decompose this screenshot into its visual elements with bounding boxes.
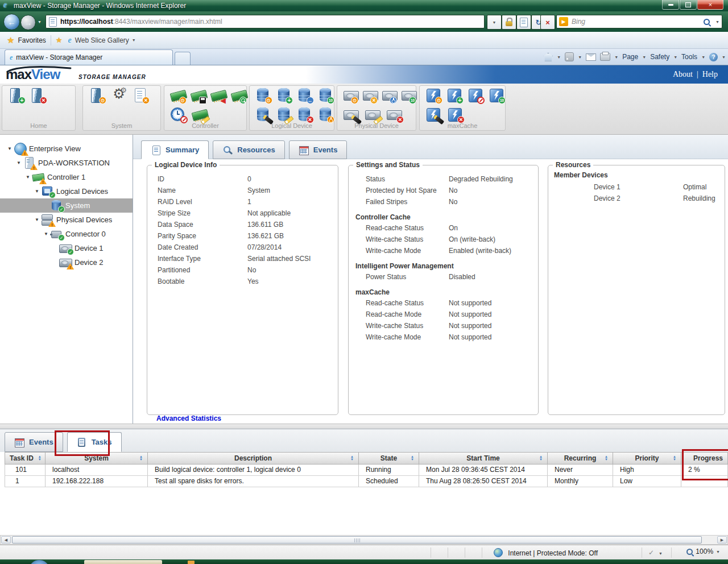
ribbon-button-card-save[interactable] bbox=[191, 88, 206, 103]
forward-button[interactable]: → bbox=[20, 15, 36, 30]
help-icon[interactable]: ? bbox=[709, 53, 718, 61]
tree-item-system[interactable]: System bbox=[0, 198, 133, 213]
tree-expander-icon[interactable]: ▼ bbox=[33, 217, 41, 222]
scroll-right-arrow[interactable]: ▶ bbox=[717, 536, 727, 544]
ribbon-button-cache-binary[interactable] bbox=[489, 88, 505, 103]
web-slice-gallery-button[interactable]: Web Slice Gallery bbox=[75, 36, 129, 44]
help-link[interactable]: Help bbox=[702, 70, 718, 78]
page-dropdown-icon[interactable]: ▼ bbox=[642, 55, 646, 59]
url-dropdown-button[interactable]: ▼ bbox=[487, 15, 502, 30]
tree-item-enterprise-view[interactable]: ▼Enterprise View bbox=[0, 142, 133, 156]
tab-summary[interactable]: Summary bbox=[141, 140, 209, 159]
table-row[interactable]: 101localhostBuild logical device: contro… bbox=[5, 465, 728, 476]
page-menu[interactable]: Page bbox=[622, 53, 638, 61]
ribbon-button-card-scan[interactable] bbox=[231, 88, 247, 103]
ribbon-button-system-settings[interactable] bbox=[89, 88, 106, 103]
tree-expander-icon[interactable]: ▼ bbox=[33, 189, 41, 194]
ribbon-button-db-power[interactable] bbox=[318, 107, 334, 123]
minimize-button[interactable] bbox=[662, 0, 679, 10]
tree-item-logical-devices[interactable]: ▼Logical Devices bbox=[0, 184, 133, 198]
tree-item-connector-0[interactable]: ▼Connector 0 bbox=[0, 227, 133, 241]
sort-icon[interactable]: ▲▼ bbox=[673, 455, 676, 461]
close-button[interactable]: × bbox=[697, 0, 723, 10]
ribbon-button-card-restore[interactable] bbox=[210, 88, 226, 103]
bottom-tab-tasks[interactable]: Tasks bbox=[67, 432, 122, 452]
ribbon-button-cache-add[interactable] bbox=[446, 88, 463, 103]
search-dropdown-icon[interactable]: ▼ bbox=[715, 20, 719, 24]
ribbon-button-clock-disable[interactable] bbox=[170, 107, 187, 123]
ribbon-button-gear-standalone[interactable] bbox=[110, 88, 127, 103]
new-tab-stub[interactable] bbox=[175, 52, 191, 65]
ribbon-button-log-clear[interactable] bbox=[132, 88, 149, 103]
column-header-start-time[interactable]: Start Time▲▼ bbox=[419, 452, 548, 465]
tab-events[interactable]: Events bbox=[289, 140, 348, 159]
privacy-icon[interactable]: ✓▼ bbox=[648, 549, 663, 557]
ribbon-button-db-delete[interactable] bbox=[297, 107, 313, 123]
home-icon[interactable] bbox=[543, 53, 553, 61]
ribbon-button-cache-delete[interactable] bbox=[447, 107, 464, 123]
safety-dropdown-icon[interactable]: ▼ bbox=[673, 55, 677, 59]
sort-icon[interactable]: ▲▼ bbox=[139, 455, 143, 461]
panel-splitter[interactable] bbox=[0, 424, 728, 429]
column-header-system[interactable]: System▲▼ bbox=[46, 452, 148, 465]
zoom-dropdown-icon[interactable]: ▼ bbox=[716, 550, 720, 554]
mail-icon[interactable] bbox=[586, 53, 596, 61]
sort-icon[interactable]: ▲▼ bbox=[411, 455, 414, 461]
ribbon-button-disk-tools[interactable] bbox=[362, 88, 377, 103]
print-dropdown-icon[interactable]: ▼ bbox=[614, 55, 618, 59]
favorites-button[interactable]: Favorites bbox=[18, 36, 46, 44]
ribbon-button-db-add[interactable] bbox=[276, 88, 293, 103]
column-header-recurring[interactable]: Recurring▲▼ bbox=[548, 452, 613, 465]
ribbon-button-disk-erase[interactable] bbox=[365, 107, 382, 123]
home-dropdown-icon[interactable]: ▼ bbox=[557, 55, 561, 59]
ribbon-button-db-settings[interactable] bbox=[255, 88, 272, 103]
restore-button[interactable] bbox=[680, 0, 697, 10]
help-dropdown-icon[interactable]: ▼ bbox=[722, 55, 726, 59]
rss-feed-icon[interactable] bbox=[565, 52, 574, 61]
ribbon-button-card-erase[interactable] bbox=[192, 107, 209, 123]
horizontal-scrollbar[interactable]: ◀ ▶ bbox=[0, 535, 728, 545]
compatibility-view-button[interactable] bbox=[516, 15, 531, 30]
column-header-state[interactable]: State▲▼ bbox=[359, 452, 419, 465]
tree-item-device-2[interactable]: Device 2 bbox=[0, 255, 133, 269]
tools-menu[interactable]: Tools bbox=[681, 53, 697, 61]
search-icon[interactable] bbox=[704, 19, 710, 25]
ribbon-button-server-remove[interactable] bbox=[30, 88, 47, 103]
table-row[interactable]: 1192.168.222.188Test all spare disks for… bbox=[5, 476, 728, 487]
ribbon-button-db-binary[interactable] bbox=[318, 88, 334, 103]
ribbon-button-disk-binary[interactable] bbox=[401, 88, 416, 103]
tree-item-pda-workstation[interactable]: ▼PDA-WORKSTATION bbox=[0, 156, 133, 170]
advanced-statistics-link[interactable]: Advanced Statistics bbox=[156, 414, 221, 422]
web-slice-dropdown-icon[interactable]: ▼ bbox=[132, 38, 136, 42]
back-button[interactable]: ← bbox=[3, 14, 20, 30]
ribbon-button-cache-settings[interactable] bbox=[425, 88, 442, 103]
tree-expander-icon[interactable]: ▼ bbox=[42, 231, 50, 237]
scroll-left-arrow[interactable]: ◀ bbox=[1, 536, 11, 544]
rss-dropdown-icon[interactable]: ▼ bbox=[578, 55, 582, 59]
sort-icon[interactable]: ▲▼ bbox=[539, 455, 543, 461]
bottom-tab-events[interactable]: Events bbox=[5, 432, 63, 452]
ribbon-button-db-erase[interactable] bbox=[276, 107, 293, 123]
ribbon-button-server-add[interactable] bbox=[8, 88, 25, 103]
tree-expander-icon[interactable]: ▼ bbox=[24, 175, 32, 180]
tree-expander-icon[interactable]: ▼ bbox=[15, 160, 23, 165]
history-dropdown-icon[interactable]: ▼ bbox=[38, 20, 42, 24]
ribbon-button-disk-delete[interactable] bbox=[386, 107, 403, 123]
tree-item-physical-devices[interactable]: ▼Physical Devices bbox=[0, 213, 133, 227]
ribbon-button-cache-locate[interactable] bbox=[425, 107, 442, 123]
search-box[interactable]: ▶ Bing ▼ bbox=[556, 15, 722, 28]
stop-button[interactable]: × bbox=[540, 15, 555, 30]
tree-item-controller-1[interactable]: ▼Controller 1 bbox=[0, 170, 133, 184]
print-icon[interactable] bbox=[600, 53, 610, 61]
tree-expander-icon[interactable]: ▼ bbox=[6, 146, 14, 151]
ribbon-button-disk-locate[interactable] bbox=[343, 107, 360, 123]
ribbon-button-disk-settings[interactable] bbox=[343, 88, 358, 103]
scrollbar-thumb[interactable] bbox=[12, 536, 702, 544]
sort-icon[interactable]: ▲▼ bbox=[38, 455, 42, 461]
column-header-priority[interactable]: Priority▲▼ bbox=[613, 452, 681, 465]
ribbon-button-db-locate[interactable] bbox=[255, 107, 272, 123]
ribbon-button-db-expand[interactable] bbox=[297, 88, 313, 103]
about-link[interactable]: About bbox=[673, 70, 693, 78]
ribbon-button-cache-disable[interactable] bbox=[468, 88, 484, 103]
safety-menu[interactable]: Safety bbox=[650, 53, 669, 61]
